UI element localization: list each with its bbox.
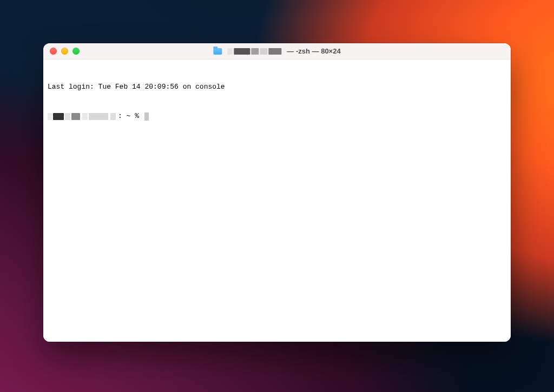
window-title-text: — -zsh — 80×24 (287, 47, 340, 55)
window-title: — -zsh — 80×24 (213, 47, 340, 55)
redacted-title-segment (227, 48, 281, 55)
close-button[interactable] (50, 48, 57, 55)
terminal-body[interactable]: Last login: Tue Feb 14 20:09:56 on conso… (43, 59, 511, 342)
terminal-window: — -zsh — 80×24 Last login: Tue Feb 14 20… (43, 43, 511, 342)
traffic-lights (50, 48, 80, 55)
zoom-button[interactable] (72, 48, 80, 55)
prompt-suffix: : ~ % (118, 111, 143, 121)
last-login-line: Last login: Tue Feb 14 20:09:56 on conso… (48, 82, 506, 92)
cursor-icon (144, 112, 149, 121)
prompt-line: : ~ % (48, 111, 506, 121)
redacted-segment (110, 113, 116, 120)
desktop: — -zsh — 80×24 Last login: Tue Feb 14 20… (0, 0, 554, 392)
redacted-username (82, 113, 108, 120)
last-login-text: Last login: Tue Feb 14 20:09:56 on conso… (48, 82, 225, 92)
redacted-hostname (48, 113, 80, 120)
titlebar[interactable]: — -zsh — 80×24 (43, 43, 511, 59)
folder-icon (213, 48, 222, 55)
minimize-button[interactable] (61, 48, 68, 55)
